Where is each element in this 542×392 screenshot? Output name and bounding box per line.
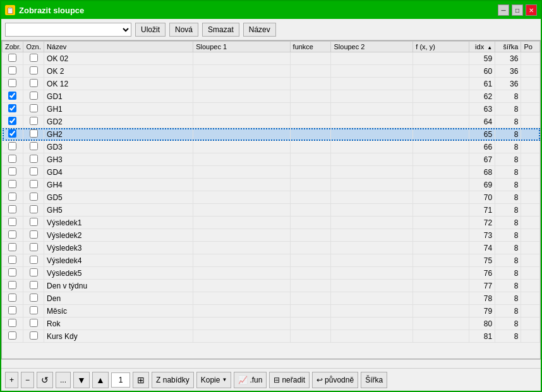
move-down-button[interactable]: ▼ [73, 372, 90, 388]
header-sirka[interactable]: šířka [495, 42, 521, 52]
zobr-checkbox[interactable] [8, 268, 16, 276]
header-sloupec2[interactable]: Sloupec 2 [331, 42, 413, 52]
table-row[interactable]: Den v týdnu778 [3, 280, 540, 292]
fun-button[interactable]: 📈 .fun [234, 372, 267, 388]
ozn-checkbox[interactable] [30, 129, 38, 138]
table-row[interactable]: GD4688 [3, 166, 540, 179]
zobr-checkbox[interactable] [8, 66, 16, 74]
ozn-checkbox[interactable] [30, 319, 38, 327]
zobr-checkbox[interactable] [8, 155, 16, 163]
zobr-checkbox[interactable] [8, 167, 16, 175]
zobr-checkbox[interactable] [8, 180, 16, 188]
dots-button[interactable]: ... [56, 372, 71, 388]
zobr-checkbox[interactable] [8, 319, 16, 327]
table-row[interactable]: Měsíc798 [3, 305, 540, 318]
zobr-checkbox[interactable] [8, 218, 16, 226]
ozn-checkbox[interactable] [30, 54, 38, 62]
table-row[interactable]: GH4698 [3, 179, 540, 191]
neradit-button[interactable]: ⊟ neřadit [269, 372, 310, 388]
zobr-checkbox[interactable] [8, 306, 16, 314]
zobr-checkbox[interactable] [8, 294, 16, 302]
table-row[interactable]: GD1628 [3, 90, 540, 103]
table-row[interactable]: GD5708 [3, 191, 540, 204]
ozn-checkbox[interactable] [30, 193, 38, 201]
header-idx[interactable]: idx ▲ [469, 42, 495, 52]
zobr-checkbox[interactable] [8, 230, 16, 239]
ozn-checkbox[interactable] [30, 306, 38, 314]
zobr-checkbox[interactable] [8, 129, 16, 138]
ozn-checkbox[interactable] [30, 256, 38, 264]
ozn-checkbox[interactable] [30, 218, 38, 226]
step-number-input[interactable] [111, 372, 130, 388]
header-sloupec1[interactable]: Sloupec 1 [193, 42, 290, 52]
profile-dropdown[interactable] [5, 23, 131, 37]
add-button[interactable]: + [5, 372, 18, 388]
zobr-checkbox[interactable] [8, 243, 16, 251]
ozn-checkbox[interactable] [30, 294, 38, 302]
ozn-checkbox[interactable] [30, 66, 38, 74]
table-row[interactable]: OK 025936 [3, 52, 540, 65]
refresh-button[interactable]: ↺ [37, 372, 53, 388]
header-fxy[interactable]: f (x, y) [413, 42, 469, 52]
table-row[interactable]: Den788 [3, 292, 540, 305]
grid-button[interactable]: ⊞ [133, 372, 149, 388]
delete-button[interactable]: Smazat [202, 23, 239, 37]
zobr-checkbox[interactable] [8, 117, 16, 125]
ozn-checkbox[interactable] [30, 268, 38, 276]
table-row[interactable]: Výsledek3748 [3, 242, 540, 254]
remove-button[interactable]: − [21, 372, 34, 388]
move-up-button[interactable]: ▲ [92, 372, 109, 388]
zobr-checkbox[interactable] [8, 281, 16, 289]
ozn-checkbox[interactable] [30, 167, 38, 175]
table-row[interactable]: Rok808 [3, 318, 540, 330]
table-row[interactable]: GD2648 [3, 116, 540, 128]
table-container[interactable]: Zobr. Ozn. Název Sloupec 1 funkce Sloupe… [1, 40, 541, 359]
table-row[interactable]: Kurs Kdy818 [3, 330, 540, 343]
znadky-button[interactable]: Z nabídky [152, 372, 194, 388]
ozn-checkbox[interactable] [30, 205, 38, 213]
table-row[interactable]: Výsledek5768 [3, 267, 540, 280]
table-row[interactable]: Výsledek4758 [3, 254, 540, 267]
ozn-checkbox[interactable] [30, 117, 38, 125]
ozn-checkbox[interactable] [30, 79, 38, 87]
ozn-checkbox[interactable] [30, 104, 38, 112]
zobr-checkbox[interactable] [8, 104, 16, 112]
header-po[interactable]: Po [521, 42, 540, 52]
sirka-button[interactable]: Šířka [361, 372, 387, 388]
kopie-dropdown[interactable]: Kopie ▼ [196, 372, 232, 388]
table-row[interactable]: OK 26036 [3, 65, 540, 78]
table-row[interactable]: GH1638 [3, 103, 540, 116]
zobr-checkbox[interactable] [8, 256, 16, 264]
zobr-checkbox[interactable] [8, 331, 16, 340]
zobr-checkbox[interactable] [8, 92, 16, 100]
table-row[interactable]: GH3678 [3, 153, 540, 166]
table-row[interactable]: Výsledek1728 [3, 217, 540, 229]
zobr-checkbox[interactable] [8, 79, 16, 87]
minimize-button[interactable]: ─ [498, 4, 509, 16]
header-nazev[interactable]: Název [44, 42, 193, 52]
ozn-checkbox[interactable] [30, 331, 38, 340]
zobr-checkbox[interactable] [8, 54, 16, 62]
puvodne-button[interactable]: ↩ původně [312, 372, 358, 388]
horizontal-scrollbar[interactable] [1, 359, 541, 368]
new-button[interactable]: Nová [169, 23, 198, 37]
save-button[interactable]: Uložit [135, 23, 166, 37]
name-button[interactable]: Název [243, 23, 276, 37]
zobr-checkbox[interactable] [8, 142, 16, 150]
zobr-checkbox[interactable] [8, 205, 16, 213]
close-button[interactable]: ✕ [526, 4, 537, 16]
ozn-checkbox[interactable] [30, 230, 38, 239]
table-row[interactable]: OK 126136 [3, 78, 540, 90]
maximize-button[interactable]: □ [512, 4, 523, 16]
ozn-checkbox[interactable] [30, 180, 38, 188]
ozn-checkbox[interactable] [30, 92, 38, 100]
ozn-checkbox[interactable] [30, 243, 38, 251]
table-row[interactable]: GH5718 [3, 204, 540, 217]
ozn-checkbox[interactable] [30, 281, 38, 289]
table-row[interactable]: GD3668 [3, 141, 540, 153]
table-row[interactable]: GH2658 [3, 128, 540, 141]
zobr-checkbox[interactable] [8, 193, 16, 201]
header-funkce[interactable]: funkce [290, 42, 331, 52]
table-row[interactable]: Výsledek2738 [3, 229, 540, 242]
ozn-checkbox[interactable] [30, 155, 38, 163]
